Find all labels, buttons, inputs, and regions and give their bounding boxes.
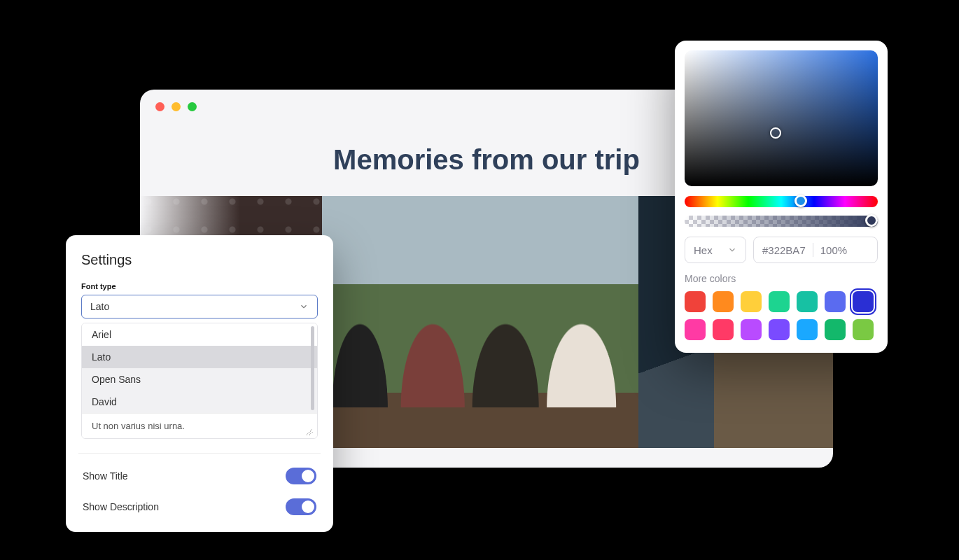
color-swatch[interactable] (685, 319, 706, 340)
color-swatch[interactable] (797, 319, 818, 340)
chevron-down-icon (299, 302, 309, 312)
color-swatch[interactable] (769, 291, 790, 312)
font-option[interactable]: David (82, 391, 317, 413)
sv-cursor-icon[interactable] (770, 127, 781, 139)
window-close-icon[interactable] (155, 102, 164, 111)
hex-value: #322BA7 (762, 244, 806, 256)
color-swatch[interactable] (713, 291, 734, 312)
color-format-label: Hex (694, 244, 713, 256)
font-type-label: Font type (81, 282, 318, 290)
show-description-label: Show Description (83, 501, 159, 512)
window-traffic-lights (155, 102, 197, 111)
color-swatch[interactable] (825, 291, 846, 312)
carousel-slide[interactable] (322, 196, 638, 448)
color-swatch[interactable] (853, 319, 874, 340)
more-colors-label: More colors (685, 273, 878, 284)
color-swatch[interactable] (825, 319, 846, 340)
divider (78, 453, 321, 454)
color-picker-panel: Hex #322BA7 100% More colors (675, 41, 888, 353)
color-swatch[interactable] (713, 319, 734, 340)
alpha-thumb-icon[interactable] (865, 214, 878, 227)
font-option[interactable]: Ariel (82, 323, 317, 346)
show-description-toggle[interactable] (286, 498, 316, 515)
window-minimize-icon[interactable] (172, 102, 181, 111)
show-title-toggle[interactable] (286, 468, 316, 484)
saturation-value-field[interactable] (685, 50, 878, 186)
color-value-inputs: Hex #322BA7 100% (685, 237, 878, 263)
color-swatch[interactable] (741, 291, 762, 312)
settings-title: Settings (81, 252, 318, 268)
font-type-dropdown: Ariel Lato Open Sans David Ut non varius… (81, 323, 318, 439)
show-title-label: Show Title (83, 470, 128, 482)
font-option[interactable]: Open Sans (82, 368, 317, 391)
hue-thumb-icon[interactable] (794, 195, 807, 207)
color-swatch[interactable] (685, 291, 706, 312)
show-title-row: Show Title (81, 461, 318, 491)
color-swatch[interactable] (797, 291, 818, 312)
settings-panel: Settings Font type Lato Ariel Lato Open … (66, 235, 333, 532)
window-maximize-icon[interactable] (188, 102, 197, 111)
font-option[interactable]: Lato (82, 346, 317, 368)
alpha-slider[interactable] (685, 216, 878, 227)
color-swatch[interactable] (769, 319, 790, 340)
dropdown-scrollbar[interactable] (311, 326, 314, 410)
opacity-value: 100% (820, 244, 847, 256)
show-description-row: Show Description (81, 491, 318, 522)
swatch-grid (685, 291, 878, 340)
hex-input[interactable]: #322BA7 100% (753, 237, 878, 263)
font-type-selected-value: Lato (90, 301, 109, 312)
color-format-select[interactable]: Hex (685, 237, 746, 263)
font-type-select[interactable]: Lato (81, 295, 318, 318)
chevron-down-icon (727, 245, 737, 255)
color-swatch[interactable] (741, 319, 762, 340)
sample-text-area[interactable]: Ut non varius nisi urna. (82, 413, 317, 438)
color-swatch[interactable] (853, 291, 874, 312)
divider (813, 243, 813, 257)
hue-slider[interactable] (685, 196, 878, 207)
